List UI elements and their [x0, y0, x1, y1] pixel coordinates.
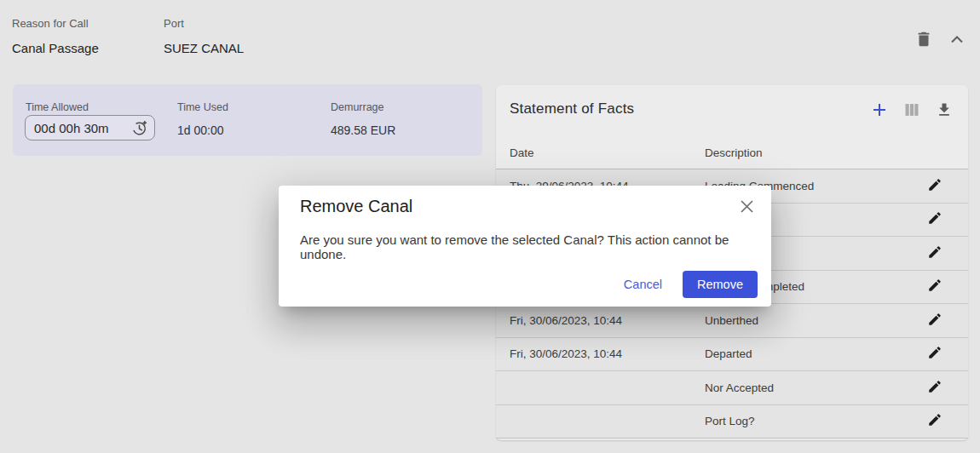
edit-row-button[interactable] — [927, 177, 943, 195]
edit-pencil-icon — [927, 244, 943, 262]
reason-for-call-value: Canal Passage — [12, 41, 99, 55]
row-description: Departed — [705, 347, 927, 360]
time-allowed-label: Time Allowed — [26, 101, 89, 113]
date-column-header[interactable]: Date — [510, 146, 705, 159]
statement-of-facts-title: Statement of Facts — [510, 100, 634, 118]
edit-row-button[interactable] — [927, 312, 943, 330]
port-field: Port SUEZ CANAL — [164, 17, 244, 55]
table-row: Fri, 30/06/2023, 10:44 Unberthed — [496, 304, 968, 338]
edit-row-button[interactable] — [927, 278, 943, 295]
edit-pencil-icon — [927, 278, 943, 295]
time-allowed-input[interactable] — [25, 115, 155, 140]
edit-pencil-icon — [927, 345, 943, 363]
row-description: Unberthed — [705, 314, 927, 327]
time-allowed-value[interactable] — [34, 121, 131, 135]
demurrage-value: 489.58 EUR — [331, 123, 395, 137]
dialog-title: Remove Canal — [300, 197, 412, 216]
table-row: Nor Accepted — [496, 371, 968, 405]
description-column-header[interactable]: Description — [705, 146, 968, 159]
edit-row-button[interactable] — [927, 412, 943, 430]
edit-row-button[interactable] — [927, 244, 943, 262]
collapse-section-button[interactable] — [946, 31, 968, 51]
columns-icon — [903, 101, 920, 121]
columns-button[interactable] — [903, 101, 920, 121]
edit-row-button[interactable] — [927, 345, 943, 363]
close-icon — [740, 199, 754, 216]
edit-pencil-icon — [927, 312, 943, 330]
edit-pencil-icon — [927, 379, 943, 397]
demurrage-label: Demurrage — [331, 101, 384, 113]
chevron-up-icon — [947, 30, 967, 53]
sof-table-header: Date Description — [496, 136, 968, 169]
edit-row-button[interactable] — [927, 379, 943, 397]
remove-button[interactable]: Remove — [683, 271, 758, 298]
reason-for-call-field: Reason for Call Canal Passage — [12, 17, 99, 55]
row-date: Fri, 30/06/2023, 10:44 — [510, 347, 705, 360]
download-icon — [936, 101, 953, 121]
row-description: Port Log? — [705, 415, 927, 427]
row-date: Fri, 30/06/2023, 10:44 — [510, 314, 705, 327]
port-value: SUEZ CANAL — [164, 41, 244, 55]
row-description: Nor Accepted — [705, 381, 927, 394]
edit-row-button[interactable] — [927, 210, 943, 228]
edit-pencil-icon — [927, 210, 943, 228]
more-time-icon[interactable] — [131, 119, 148, 136]
download-button[interactable] — [936, 101, 953, 121]
edit-pencil-icon — [927, 412, 943, 430]
delete-canal-button[interactable] — [914, 29, 934, 51]
trash-icon — [914, 30, 933, 51]
table-row: Port Log? — [496, 405, 968, 439]
add-event-button[interactable] — [871, 101, 888, 121]
remove-canal-dialog: Remove Canal Are you sure you want to re… — [279, 186, 771, 307]
table-row: Fri, 30/06/2023, 10:44 Departed — [496, 338, 968, 372]
add-icon — [871, 101, 888, 121]
sof-toolbar — [871, 101, 953, 121]
edit-pencil-icon — [927, 177, 943, 195]
time-summary-panel: Time Allowed Time Used 1d 00:00 Demurrag… — [13, 84, 482, 156]
reason-for-call-label: Reason for Call — [12, 17, 99, 30]
dialog-actions: Cancel Remove — [624, 271, 758, 298]
dialog-close-button[interactable] — [740, 199, 754, 216]
time-used-value: 1d 00:00 — [177, 123, 224, 137]
cancel-button[interactable]: Cancel — [624, 278, 662, 291]
dialog-message: Are you sure you want to remove the sele… — [300, 232, 771, 261]
time-used-label: Time Used — [177, 101, 228, 113]
port-label: Port — [164, 17, 244, 30]
